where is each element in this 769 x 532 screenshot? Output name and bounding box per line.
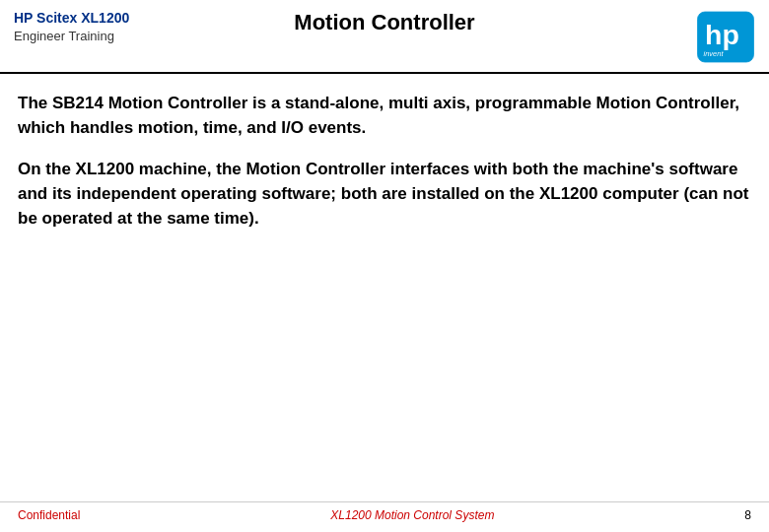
content-area: The SB214 Motion Controller is a stand-a…	[0, 74, 769, 501]
paragraph-1: The SB214 Motion Controller is a stand-a…	[18, 92, 751, 140]
engineer-training-label: Engineer Training	[14, 29, 114, 43]
hp-logo-icon: hp invent	[696, 10, 755, 64]
hp-logo-area: hp invent	[696, 10, 755, 68]
paragraph-2: On the XL1200 machine, the Motion Contro…	[18, 158, 751, 231]
footer-page-number: 8	[744, 508, 751, 522]
svg-text:invent: invent	[704, 49, 725, 58]
page-title-area: Motion Controller	[294, 10, 474, 35]
logo-area: HP Scitex XL1200	[14, 10, 129, 27]
slide-container: HP Scitex XL1200 Engineer Training Motio…	[0, 0, 769, 532]
header: HP Scitex XL1200 Engineer Training Motio…	[0, 0, 769, 68]
footer-confidential-label: Confidential	[18, 508, 80, 522]
header-left: HP Scitex XL1200 Engineer Training	[14, 10, 129, 43]
footer: Confidential XL1200 Motion Control Syste…	[0, 501, 769, 532]
svg-text:hp: hp	[705, 19, 739, 50]
page-title: Motion Controller	[294, 10, 474, 35]
hp-scitex-logo: HP Scitex XL1200	[14, 10, 129, 27]
footer-center-text: XL1200 Motion Control System	[330, 508, 494, 522]
